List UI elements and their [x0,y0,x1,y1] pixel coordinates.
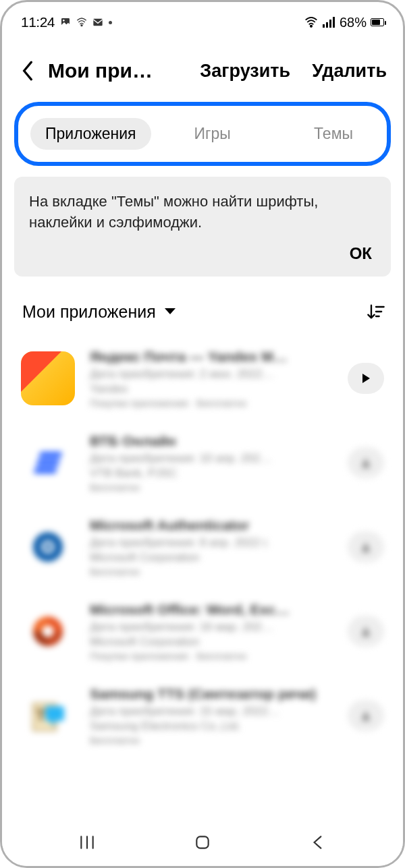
filter-dropdown[interactable]: Мои приложения [22,302,176,322]
back-button[interactable] [14,57,41,84]
tab-apps[interactable]: Приложения [30,118,151,150]
svg-rect-6 [326,22,328,28]
app-action-button[interactable] [348,700,384,731]
app-name: ВТБ Онлайн [90,433,333,449]
app-name: Microsoft Office: Word, Exc… [90,602,333,618]
play-icon [360,373,371,384]
app-subtitle: Дата приобретения: 8 апр. 2022 г. [90,536,333,550]
status-right: 68% [304,15,384,30]
app-subtitle: Дата приобретения: 15 мар. 2022… [90,705,333,718]
app-body: Яндекс Почта — Yandex M… Дата приобретен… [90,349,333,409]
battery-icon [371,18,384,26]
app-subtitle: Дата приобретения: 10 апр. 202… [90,452,333,465]
app-name: Microsoft Authenticator [90,517,333,533]
svg-point-14 [45,544,51,550]
app-action-button[interactable] [348,447,384,478]
list-item[interactable]: Microsoft Authenticator Дата приобретени… [21,505,384,589]
delete-button[interactable]: Удалить [312,61,387,82]
svg-rect-8 [333,17,335,28]
app-publisher: VTB Bank, PJSC [90,467,333,480]
svg-rect-3 [93,19,102,26]
svg-rect-5 [323,24,325,28]
svg-point-2 [81,25,82,26]
battery-percent: 68% [340,15,367,30]
app-icon-svg: T [29,697,67,734]
app-icon [21,436,75,490]
filter-dropdown-label: Мои приложения [22,302,156,322]
info-banner: На вкладке "Темы" можно найти шрифты, на… [14,177,391,277]
download-icon [360,542,371,552]
chevron-down-icon [164,308,176,316]
app-icon-svg [30,614,65,649]
app-body: Samsung TTS (Синтезатор речи) Дата приоб… [90,686,333,746]
app-tag: Бесплатно [90,734,333,746]
chevron-left-icon [21,61,34,81]
list-item[interactable]: Яндекс Почта — Yandex M… Дата приобретен… [21,337,384,421]
app-subtitle: Дата приобретения: 16 мар. 202… [90,620,333,634]
download-icon [360,710,371,721]
svg-text:T: T [36,706,46,724]
info-banner-ok-button[interactable]: ОК [29,233,376,267]
app-icon: T [21,689,75,743]
svg-point-4 [310,26,313,28]
status-left: 11:24 [21,14,112,30]
app-icon [21,520,75,574]
header-actions: Загрузить Удалить [200,61,387,82]
info-banner-text: На вкладке "Темы" можно найти шрифты, на… [29,192,376,233]
app-subtitle: Дата приобретения: 2 июн. 2022… [90,368,333,381]
svg-rect-10 [36,459,59,465]
tab-games[interactable]: Игры [180,118,246,150]
sort-button[interactable] [367,302,385,321]
tabs-container-highlighted: Приложения Игры Темы [14,102,391,166]
svg-rect-19 [196,836,208,848]
app-publisher: Yandex [90,382,333,396]
wifi-icon [304,17,318,28]
section-header: Мои приложения [2,283,403,337]
sort-icon [367,302,385,321]
wifi-status-icon [76,17,87,28]
app-body: Microsoft Office: Word, Exc… Дата приобр… [90,602,333,662]
page-title: Мои при… [48,59,163,82]
download-button[interactable]: Загрузить [200,61,290,82]
mail-icon [92,17,103,28]
app-name: Яндекс Почта — Yandex M… [90,349,333,365]
svg-rect-7 [329,20,331,28]
svg-point-1 [63,20,65,22]
app-tag: Бесплатно [90,482,333,493]
app-publisher: Microsoft Corporation [90,551,333,565]
list-item[interactable]: T Samsung TTS (Синтезатор речи) Дата при… [21,674,384,758]
back-icon[interactable] [309,834,327,851]
more-indicator-icon [109,21,112,24]
app-action-button[interactable] [348,531,384,562]
svg-point-15 [42,625,54,637]
home-icon[interactable] [194,834,211,851]
app-publisher: Samsung Electronics Co.,Ltd. [90,720,333,733]
signal-icon [322,17,335,28]
list-item[interactable]: ВТБ Онлайн Дата приобретения: 10 апр. 20… [21,421,384,505]
header: Мои при… Загрузить Удалить [2,34,403,102]
app-action-button[interactable] [348,616,384,647]
app-tag: Бесплатно [90,566,333,577]
app-tag: Покупки приложения · Бесплатно [90,397,333,409]
app-publisher: Microsoft Corporation [90,635,333,649]
download-icon [360,457,371,468]
download-icon [360,626,371,637]
status-time: 11:24 [21,14,55,30]
app-list[interactable]: Яндекс Почта — Yandex M… Дата приобретен… [2,337,403,758]
app-action-button[interactable] [348,363,384,394]
svg-rect-11 [34,467,57,473]
list-item[interactable]: Microsoft Office: Word, Exc… Дата приобр… [21,589,384,674]
app-body: Microsoft Authenticator Дата приобретени… [90,517,333,577]
recents-icon[interactable] [78,834,96,851]
svg-rect-18 [45,706,64,721]
app-icon-svg [28,447,69,478]
tab-themes[interactable]: Темы [299,118,368,150]
svg-rect-9 [38,452,62,458]
app-icon [21,351,75,405]
app-icon [21,604,75,658]
gallery-icon [60,17,71,28]
system-nav-bar [2,824,403,866]
app-name: Samsung TTS (Синтезатор речи) [90,686,333,702]
app-body: ВТБ Онлайн Дата приобретения: 10 апр. 20… [90,433,333,493]
app-tag: Покупки приложения · Бесплатно [90,650,333,662]
